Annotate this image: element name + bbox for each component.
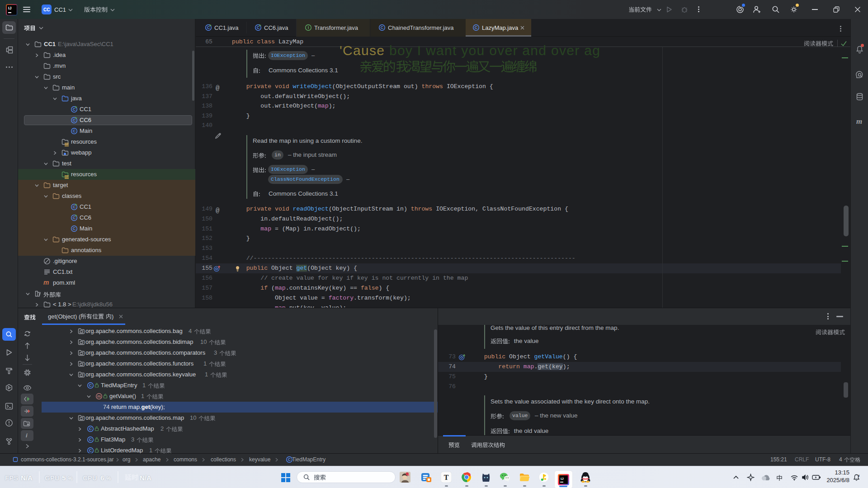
- svg-text:C: C: [288, 457, 291, 462]
- svg-text:I: I: [308, 25, 309, 30]
- svg-text:C: C: [381, 25, 384, 30]
- svg-text:C: C: [73, 226, 76, 231]
- svg-text:C: C: [73, 129, 76, 133]
- svg-text:IJ: IJ: [561, 477, 564, 481]
- svg-text:T: T: [444, 474, 449, 481]
- svg-text:C: C: [475, 25, 478, 30]
- svg-text:C: C: [89, 448, 92, 453]
- svg-text:m: m: [97, 394, 101, 399]
- svg-text:C: C: [89, 437, 92, 442]
- svg-text:C: C: [89, 427, 92, 431]
- svg-text:C: C: [89, 383, 92, 388]
- svg-text:z: z: [858, 474, 860, 477]
